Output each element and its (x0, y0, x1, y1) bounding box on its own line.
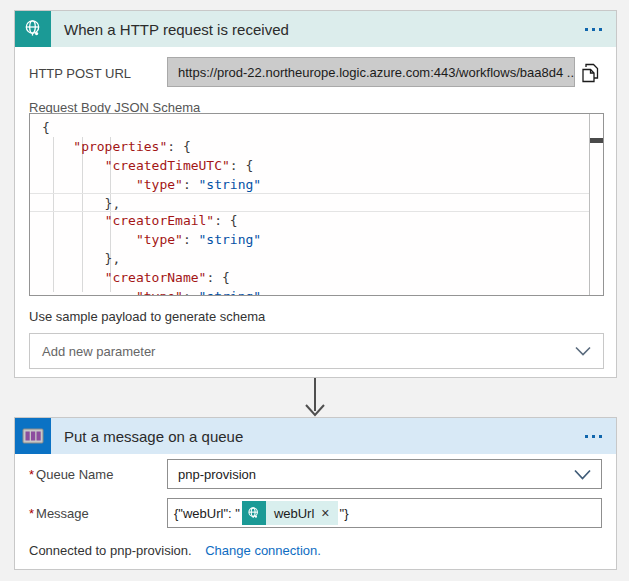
add-new-parameter-dropdown[interactable]: Add new parameter (29, 333, 604, 369)
message-suffix-text: "} (340, 506, 349, 521)
use-sample-payload-link[interactable]: Use sample payload to generate schema (29, 309, 265, 324)
code-lines: { "properties": { "createdTimeUTC": { "t… (30, 118, 589, 296)
trigger-card-http-request: When a HTTP request is received HTTP POS… (14, 10, 617, 378)
chevron-down-icon (574, 469, 591, 480)
azure-queue-storage-icon (15, 418, 51, 454)
editor-scrollbar[interactable] (589, 114, 603, 295)
code-line: "type": "string" (30, 230, 589, 249)
code-line: { (30, 118, 589, 137)
http-post-url-label: HTTP POST URL (29, 66, 131, 81)
token-label: webUrl (274, 506, 314, 521)
required-marker: * (29, 506, 34, 521)
message-input[interactable]: {"webUrl": " webUrl × "} (167, 498, 602, 528)
http-post-url-value[interactable]: https://prod-22.northeurope.logic.azure.… (167, 57, 575, 87)
action-card-header[interactable]: Put a message on a queue (15, 418, 616, 454)
action-card-title: Put a message on a queue (51, 428, 243, 445)
ellipsis-menu-icon[interactable] (571, 22, 616, 37)
action-card-put-message-on-queue: Put a message on a queue *Queue Name pnp… (14, 417, 617, 570)
http-request-globe-icon (242, 501, 266, 525)
code-line: "type": "string" (30, 287, 589, 296)
http-request-globe-icon (15, 11, 51, 47)
copy-icon[interactable] (577, 59, 605, 87)
code-line: "createdTimeUTC": { (30, 156, 589, 175)
code-line: }, (30, 249, 589, 268)
code-line: "properties": { (30, 137, 589, 156)
connection-footer: Connected to pnp-provision. Change conne… (29, 543, 321, 558)
change-connection-link[interactable]: Change connection. (205, 543, 321, 558)
ellipsis-menu-icon[interactable] (571, 429, 616, 444)
json-schema-editor[interactable]: { "properties": { "createdTimeUTC": { "t… (29, 113, 604, 296)
editor-scrollbar-thumb[interactable] (590, 138, 603, 143)
code-line: "creatorEmail": { (30, 211, 589, 230)
logic-app-designer: { "colors": { "trigger_brand": "#1b9a96"… (0, 0, 629, 581)
remove-token-icon[interactable]: × (321, 505, 329, 521)
trigger-card-header[interactable]: When a HTTP request is received (15, 11, 616, 47)
connection-status-text: Connected to pnp-provision. (29, 543, 192, 558)
weburl-token[interactable]: webUrl × (242, 501, 338, 525)
queue-name-dropdown[interactable]: pnp-provision (167, 459, 602, 489)
required-marker: * (29, 467, 34, 482)
queue-name-label: *Queue Name (29, 467, 113, 482)
message-prefix-text: {"webUrl": " (174, 506, 240, 521)
add-new-parameter-placeholder: Add new parameter (42, 344, 155, 359)
message-label: *Message (29, 506, 89, 521)
down-arrow-icon (303, 378, 327, 417)
code-line: }, (30, 193, 603, 212)
code-line: "creatorName": { (30, 268, 589, 287)
code-line: "type": "string" (30, 175, 589, 194)
trigger-card-title: When a HTTP request is received (51, 21, 289, 38)
queue-name-value: pnp-provision (178, 467, 256, 482)
chevron-down-icon (575, 346, 591, 356)
